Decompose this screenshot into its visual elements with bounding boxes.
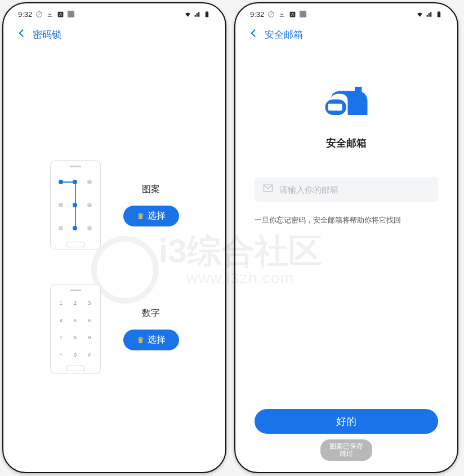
battery-icon	[435, 11, 443, 18]
toast: 图案已保存 跳过	[320, 439, 372, 461]
mail-title: 安全邮箱	[326, 136, 367, 150]
mail-icon	[262, 183, 274, 196]
pattern-lock-section: 图案 ♛ 选择	[7, 160, 222, 250]
wifi-icon	[416, 11, 423, 18]
status-time: 9:32	[18, 10, 32, 19]
signal-icon	[194, 11, 201, 18]
status-bar: 9:32 A	[239, 7, 454, 21]
app-a-icon: A	[57, 11, 64, 18]
status-time: 9:32	[250, 10, 264, 19]
pattern-select-label: 选择	[148, 210, 166, 222]
header: 密码锁	[7, 21, 222, 47]
screen-right: 9:32 A	[239, 7, 454, 469]
pin-select-label: 选择	[148, 334, 166, 346]
screen-left: 9:32 A	[7, 7, 222, 469]
crown-icon: ♛	[137, 335, 144, 345]
svg-rect-5	[206, 11, 207, 12]
pattern-grid	[54, 171, 97, 239]
toast-line1: 图案已保存	[329, 443, 363, 450]
pattern-label: 图案	[142, 184, 160, 195]
no-sim-icon	[35, 11, 43, 18]
page-title: 密码锁	[33, 28, 61, 41]
email-field[interactable]	[279, 185, 430, 194]
svg-rect-10	[438, 12, 440, 17]
download-icon	[278, 11, 285, 18]
page-title: 安全邮箱	[265, 28, 303, 41]
phone-left: 9:32 A	[2, 2, 226, 473]
email-hint: 一旦你忘记密码，安全邮箱将帮助你将它找回	[255, 215, 401, 225]
svg-rect-13	[328, 104, 342, 111]
pin-label: 数字	[142, 308, 160, 319]
no-sim-icon	[267, 11, 275, 18]
square-icon	[68, 11, 74, 17]
back-button[interactable]	[16, 28, 27, 41]
svg-rect-11	[438, 11, 439, 12]
pattern-select-button[interactable]: ♛ 选择	[123, 206, 179, 226]
wifi-icon	[184, 11, 191, 18]
pin-keypad: 123 456 789 *0#	[54, 295, 97, 363]
header: 安全邮箱	[239, 21, 454, 47]
status-bar: 9:32 A	[7, 7, 222, 21]
svg-text:A: A	[292, 12, 295, 16]
pin-select-button[interactable]: ♛ 选择	[123, 330, 179, 350]
phone-right: 9:32 A	[234, 2, 458, 473]
signal-icon	[426, 11, 433, 18]
pattern-phone-preview	[50, 160, 101, 250]
ok-button[interactable]: 好的	[255, 409, 438, 434]
pin-lock-section: 123 456 789 *0# 数字 ♛ 选择	[7, 284, 222, 374]
pin-phone-preview: 123 456 789 *0#	[50, 284, 101, 374]
mailbox-icon	[324, 87, 369, 128]
app-a-icon: A	[289, 11, 296, 18]
content-left: 图案 ♛ 选择 123 456 789 *0#	[7, 47, 222, 469]
battery-icon	[203, 11, 211, 18]
crown-icon: ♛	[137, 211, 144, 221]
svg-line-7	[270, 12, 274, 16]
toast-line2: 跳过	[329, 450, 363, 457]
svg-text:A: A	[60, 12, 63, 16]
svg-rect-15	[355, 87, 362, 92]
content-right: 安全邮箱 一旦你忘记密码，安全邮箱将帮助你将它找回 好的 图案已保存 跳过	[239, 47, 454, 469]
email-field-wrapper[interactable]	[255, 177, 438, 202]
svg-rect-4	[206, 12, 208, 17]
svg-line-1	[38, 12, 42, 16]
square-icon	[300, 11, 306, 17]
download-icon	[46, 11, 53, 18]
back-button[interactable]	[248, 28, 259, 41]
